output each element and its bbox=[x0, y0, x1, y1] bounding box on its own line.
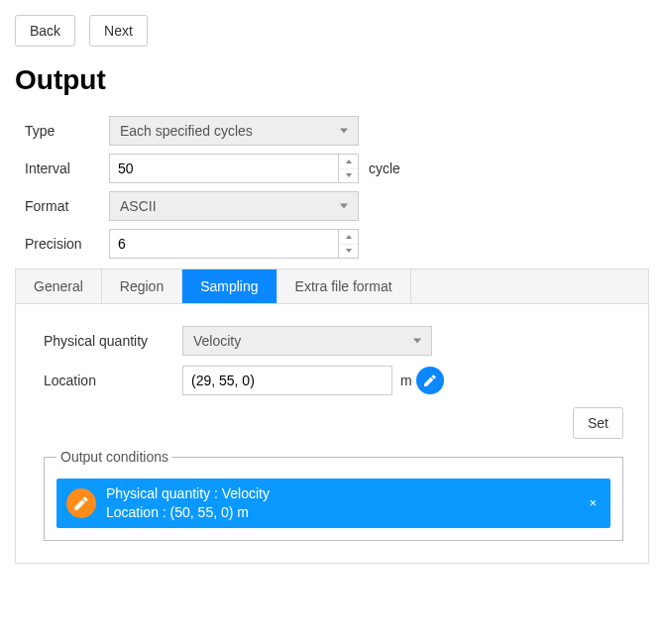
interval-input[interactable] bbox=[109, 154, 339, 183]
output-condition-item[interactable]: Physical quantity : Velocity Location : … bbox=[56, 479, 610, 528]
condition-badge-icon bbox=[66, 488, 96, 518]
chevron-down-icon bbox=[346, 249, 352, 253]
tab-region[interactable]: Region bbox=[102, 269, 182, 303]
tab-sampling[interactable]: Sampling bbox=[182, 269, 277, 303]
tab-extra-file-format[interactable]: Extra file format bbox=[277, 269, 411, 303]
type-label: Type bbox=[25, 123, 109, 139]
page-title: Output bbox=[15, 64, 649, 96]
precision-input[interactable] bbox=[109, 229, 339, 259]
chevron-down-icon bbox=[340, 204, 348, 209]
output-conditions-legend: Output conditions bbox=[56, 449, 172, 465]
output-condition-text: Physical quantity : Velocity Location : … bbox=[106, 484, 585, 522]
type-select-value: Each specified cycles bbox=[120, 123, 253, 139]
remove-condition-button[interactable]: × bbox=[585, 495, 601, 510]
chevron-down-icon bbox=[346, 173, 352, 177]
next-button[interactable]: Next bbox=[89, 15, 148, 47]
chevron-up-icon bbox=[346, 160, 352, 163]
physical-quantity-select[interactable]: Velocity bbox=[182, 326, 432, 356]
chevron-down-icon bbox=[413, 339, 421, 344]
chevron-up-icon bbox=[346, 235, 352, 239]
type-select[interactable]: Each specified cycles bbox=[109, 116, 359, 146]
output-condition-line1: Physical quantity : Velocity bbox=[106, 484, 585, 503]
chevron-down-icon bbox=[340, 129, 348, 134]
output-condition-line2: Location : (50, 55, 0) m bbox=[106, 503, 585, 522]
physical-quantity-label: Physical quantity bbox=[44, 333, 182, 349]
precision-step-down[interactable] bbox=[339, 245, 358, 259]
format-label: Format bbox=[25, 198, 109, 214]
edit-icon bbox=[422, 373, 438, 388]
interval-unit: cycle bbox=[369, 161, 400, 176]
output-conditions-group: Output conditions Physical quantity : Ve… bbox=[44, 449, 623, 541]
interval-step-up[interactable] bbox=[339, 155, 358, 169]
physical-quantity-value: Velocity bbox=[193, 333, 241, 349]
location-input[interactable] bbox=[182, 366, 392, 395]
interval-label: Interval bbox=[25, 161, 109, 176]
format-select-value: ASCII bbox=[120, 198, 157, 214]
back-button[interactable]: Back bbox=[15, 15, 75, 47]
set-button[interactable]: Set bbox=[573, 407, 623, 439]
interval-step-down[interactable] bbox=[339, 169, 358, 183]
location-unit: m bbox=[400, 373, 412, 388]
edit-icon bbox=[72, 494, 90, 512]
precision-step-up[interactable] bbox=[339, 230, 358, 245]
precision-label: Precision bbox=[25, 236, 109, 252]
format-select[interactable]: ASCII bbox=[109, 191, 359, 221]
tab-general[interactable]: General bbox=[16, 269, 102, 303]
pick-location-button[interactable] bbox=[416, 367, 444, 394]
location-label: Location bbox=[44, 373, 182, 388]
